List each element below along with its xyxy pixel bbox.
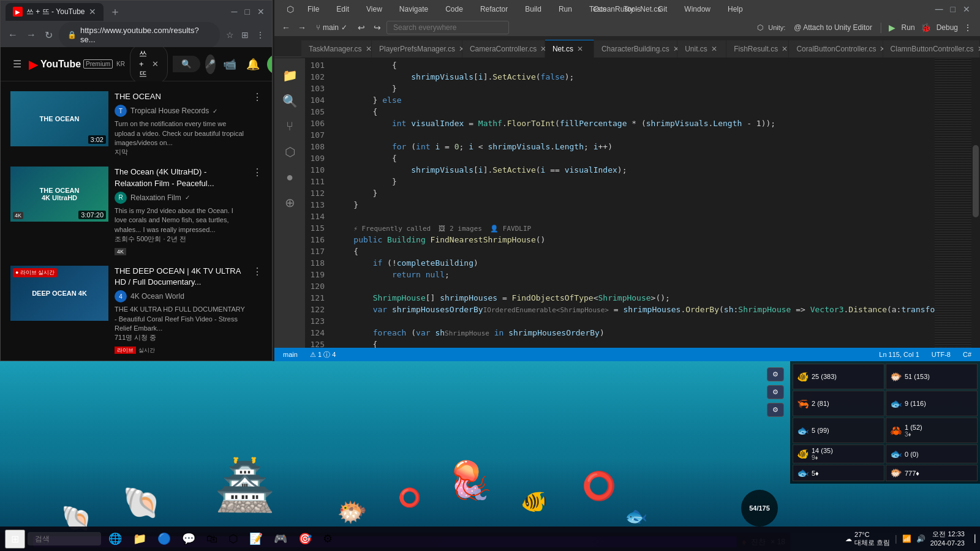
menu-edit[interactable]: Edit	[333, 2, 353, 16]
code-editor[interactable]: { shrimpVisuals[i].SetActive(false); } }…	[330, 58, 935, 348]
sidebar-pullrequests-button[interactable]: ⊕	[274, 190, 305, 215]
redo-button[interactable]: ↪	[371, 21, 384, 34]
new-tab-button[interactable]: ＋	[106, 4, 124, 19]
start-button[interactable]: ⊞	[5, 530, 25, 549]
systray-volume-button[interactable]: 🔊	[916, 534, 925, 543]
game-hud-btn-3[interactable]: ⚙	[767, 403, 784, 417]
youtube-search-clear-icon[interactable]: ✕	[152, 59, 159, 69]
taskbar-app-store[interactable]: 🛍	[202, 530, 222, 548]
menu-refactor[interactable]: Refactor	[477, 2, 511, 16]
menu-build[interactable]: Build	[521, 2, 545, 16]
youtube-create-button[interactable]: 📹	[221, 55, 239, 73]
menu-run[interactable]: Run	[555, 2, 576, 16]
sidebar-search-button[interactable]: 🔍	[274, 89, 305, 113]
editor-scrollbar[interactable]	[971, 58, 980, 348]
status-language[interactable]: C#	[960, 351, 974, 358]
taskbar-search-input[interactable]	[28, 532, 101, 545]
video-more-options-button[interactable]: ⋮	[252, 91, 262, 103]
status-branch[interactable]: main	[281, 351, 300, 358]
sidebar-explorer-button[interactable]: 📁	[274, 63, 305, 88]
tab-close-icon[interactable]: ✕	[782, 45, 788, 53]
tab-taskmanager[interactable]: TaskManager.cs ✕	[301, 40, 372, 58]
systray-network-button[interactable]: 📶	[902, 534, 911, 543]
run-button[interactable]: ▶	[885, 21, 899, 34]
tab-fishresult[interactable]: FishResult.cs ✕	[726, 40, 789, 58]
browser-window-controls: ─ □ ✕	[229, 4, 267, 19]
sidebar-git-button[interactable]: ⑂	[274, 114, 305, 138]
browser-tab-youtube[interactable]: ▶ 쓰 + 뜨 - YouTube ✕	[6, 3, 104, 21]
tab-close-icon[interactable]: ✕	[711, 45, 717, 53]
minimize-button[interactable]: ─	[229, 4, 240, 19]
taskbar-app-notepad[interactable]: 📝	[244, 530, 268, 548]
status-encoding[interactable]: UTF-8	[929, 351, 953, 358]
git-branch-button[interactable]: ⑂ main ✓	[311, 21, 352, 34]
youtube-mic-button[interactable]: 🎤	[205, 54, 216, 74]
tab-coralbutton[interactable]: CoralButtonController.cs ✕	[789, 40, 883, 58]
back-button[interactable]: ←	[6, 27, 20, 43]
vscode-forward-button[interactable]: →	[295, 20, 309, 35]
address-bar[interactable]: 🔒 https://www.youtube.com/results?se...	[59, 22, 220, 48]
more-options-button[interactable]: ⋮	[960, 21, 975, 34]
taskbar-app-settings[interactable]: ⚙	[318, 530, 337, 548]
status-errors[interactable]: ⚠ 1 ⓘ 4	[307, 350, 338, 359]
youtube-search-bar[interactable]: 쓰 + 뜨 ✕	[130, 47, 168, 84]
global-search-input[interactable]	[386, 21, 509, 34]
scrollbar-thumb[interactable]	[973, 145, 979, 217]
browser-tab-close[interactable]: ✕	[89, 7, 96, 17]
list-item[interactable]: THE OCEAN4K UltraHD 3:07:20 4K The Ocean…	[1, 162, 272, 261]
taskbar-app-edge[interactable]: 🔵	[153, 530, 176, 548]
vscode-maximize-button[interactable]: □	[948, 1, 958, 18]
taskbar-app-chrome[interactable]: 🌐	[104, 530, 127, 548]
extensions-icon[interactable]: ⊞	[239, 28, 251, 42]
tab-net[interactable]: Net.cs ✕	[545, 40, 594, 58]
youtube-notifications-button[interactable]: 🔔	[244, 55, 262, 73]
tab-playerprefs[interactable]: PlayerPrefsManager.cs ✕	[372, 40, 462, 58]
menu-window[interactable]: Window	[680, 2, 714, 16]
taskbar-app-teams[interactable]: 💬	[177, 530, 200, 548]
tab-unit[interactable]: Unit.cs ✕	[677, 40, 726, 58]
fish-count: 14 (35)	[812, 447, 833, 454]
taskbar-app-vscode[interactable]: ⬡	[224, 530, 243, 548]
tab-close-icon[interactable]: ✕	[577, 45, 583, 53]
forward-button[interactable]: →	[24, 27, 39, 43]
vscode-back-button[interactable]: ←	[279, 20, 293, 35]
maximize-button[interactable]: □	[243, 4, 252, 19]
refresh-button[interactable]: ↻	[42, 27, 55, 43]
attach-to-unity-button[interactable]: @ Attach to Unity Editor	[789, 21, 877, 34]
taskbar-app-steam[interactable]: 🎯	[293, 530, 317, 548]
bookmark-icon[interactable]: ☆	[224, 28, 236, 42]
menu-code[interactable]: Code	[442, 2, 467, 16]
weather-desc: 대체로 흐림	[854, 538, 890, 547]
taskbar-app-folder[interactable]: 📁	[128, 530, 151, 548]
youtube-menu-icon[interactable]: ☰	[10, 56, 24, 72]
list-item[interactable]: THE OCEAN 3:02 THE OCEAN T Tropical Hous…	[1, 86, 272, 162]
status-line-col[interactable]: Ln 115, Col 1	[876, 351, 921, 358]
vscode-minimize-button[interactable]: ─	[933, 1, 946, 18]
undo-button[interactable]: ↩	[355, 21, 368, 34]
menu-icon[interactable]: ⋮	[254, 28, 267, 42]
show-desktop-button[interactable]: ▕	[970, 534, 975, 543]
tab-clamnbutton[interactable]: ClamnButtonController.cs ✕	[883, 40, 980, 58]
taskbar-app-discord[interactable]: 🎮	[269, 530, 292, 548]
list-item[interactable]: 🌊 24:00:01 Ocean Sounds For Deep Sleepin…	[1, 359, 272, 361]
game-hud-btn-1[interactable]: ⚙	[767, 367, 784, 381]
video-more-options-button[interactable]: ⋮	[252, 167, 262, 178]
sidebar-debug-button[interactable]: ⬡	[274, 140, 305, 164]
tab-cameracontroller[interactable]: CameraController.cs ✕	[462, 40, 545, 58]
tab-characterbuilding[interactable]: CharacterBuilding.cs ✕	[594, 40, 677, 58]
menu-help[interactable]: Help	[724, 2, 747, 16]
menu-view[interactable]: View	[363, 2, 386, 16]
youtube-avatar[interactable]: K	[267, 54, 272, 74]
menu-navigate[interactable]: Navigate	[396, 2, 432, 16]
youtube-search-button[interactable]: 🔍	[173, 56, 200, 72]
video-more-options-button[interactable]: ⋮	[252, 266, 262, 277]
list-item[interactable]: DEEP OCEAN 4K ● 라이브 실시간 THE DEEP OCEAN |…	[1, 261, 272, 360]
menu-file[interactable]: File	[304, 2, 323, 16]
debug-button[interactable]: 🐞	[918, 21, 934, 34]
close-button[interactable]: ✕	[255, 4, 267, 19]
game-hud-btn-2[interactable]: ⚙	[767, 385, 784, 399]
sidebar-commit-button[interactable]: ●	[274, 165, 305, 189]
tab-close-icon[interactable]: ✕	[366, 45, 372, 53]
vscode-close-button[interactable]: ✕	[960, 1, 973, 18]
tab-close-icon[interactable]: ✕	[978, 45, 980, 53]
